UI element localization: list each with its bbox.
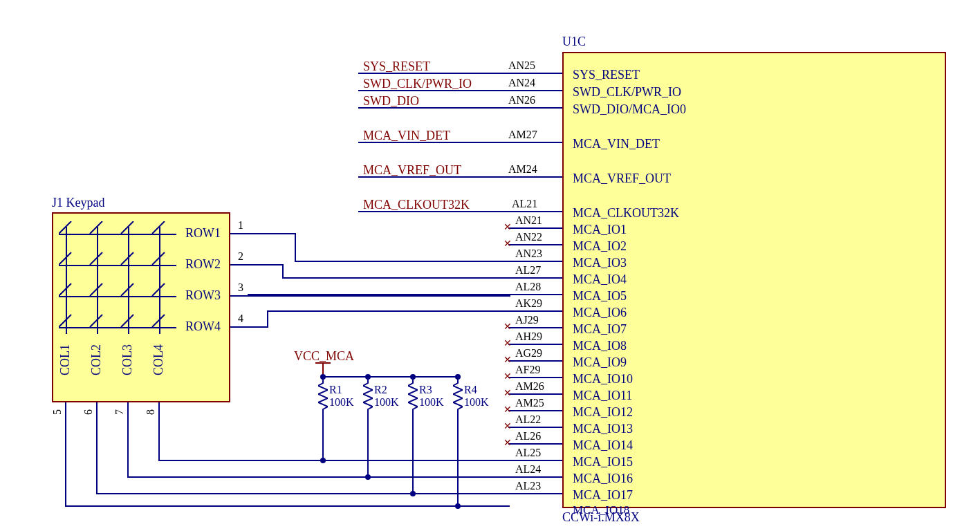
- net-label: MCA_CLKOUT32K: [363, 198, 470, 212]
- pin-number: AN26: [508, 94, 535, 106]
- col-label: COL1: [58, 344, 73, 375]
- wire: [267, 310, 268, 328]
- pin-name: MCA_IO15: [573, 455, 633, 469]
- pin-stub: [508, 427, 562, 428]
- wire: [248, 233, 296, 234]
- pin-stub: [158, 402, 160, 420]
- svg-line-0: [59, 221, 71, 234]
- pin-name: MCA_IO5: [573, 289, 627, 304]
- pin-number: AN25: [508, 59, 535, 72]
- res-val: 100K: [329, 396, 354, 409]
- res-ref: R3: [419, 384, 432, 396]
- pin-num: 4: [238, 313, 243, 325]
- net-label: SYS_RESET: [363, 59, 430, 74]
- wire: [96, 493, 510, 494]
- pin-number: AG29: [515, 347, 542, 360]
- pin-stub: [508, 261, 562, 262]
- res-val: 100K: [419, 396, 444, 409]
- pin-number: AL25: [515, 447, 541, 459]
- nc-icon: ✕: [503, 373, 512, 381]
- pin-stub: [96, 402, 98, 420]
- pin-number: AM26: [515, 380, 544, 393]
- res-ref: R4: [464, 384, 477, 396]
- nc-icon: ✕: [503, 223, 512, 232]
- junction-dot: [410, 491, 416, 496]
- pin-stub: [508, 227, 562, 229]
- svg-line-14: [121, 315, 133, 327]
- resistor: [408, 379, 418, 413]
- pin-num: 2: [238, 250, 243, 263]
- wire: [127, 420, 129, 478]
- col-label: COL2: [89, 344, 104, 375]
- svg-line-7: [152, 252, 165, 265]
- u1c-ref: U1C: [562, 35, 586, 49]
- pin-num: 7: [113, 409, 126, 415]
- pin-number: AF29: [515, 364, 540, 376]
- pin-number: AN22: [515, 231, 542, 243]
- pin-name: MCA_IO14: [573, 438, 633, 453]
- pin-name: MCA_CLKOUT32K: [573, 206, 679, 221]
- pin-name: MCA_IO10: [573, 372, 633, 386]
- pin-number: AL22: [515, 413, 541, 426]
- pin-name: MCA_IO12: [573, 405, 633, 420]
- pin-stub: [230, 233, 248, 234]
- pin-name: MCA_IO3: [573, 256, 627, 270]
- nc-icon: ✕: [503, 339, 512, 348]
- pin-name: MCA_VREF_OUT: [573, 171, 671, 186]
- pin-stub: [508, 244, 562, 245]
- nc-icon: ✕: [503, 439, 512, 447]
- net-label: SWD_DIO: [363, 94, 419, 109]
- pin-number: AL21: [512, 198, 537, 210]
- svg-line-11: [152, 283, 165, 296]
- resistor: [453, 379, 463, 413]
- pin-number: AL26: [515, 430, 541, 442]
- pin-number: AM25: [515, 397, 544, 409]
- pin-number: AK29: [515, 297, 542, 310]
- pin-name: MCA_IO16: [573, 472, 633, 486]
- resistor: [318, 379, 328, 413]
- wire: [65, 505, 510, 507]
- wire: [457, 413, 459, 507]
- pin-name: MCA_IO4: [573, 272, 627, 287]
- pin-num: 8: [145, 409, 157, 415]
- pin-stub: [508, 393, 562, 395]
- net-label: MCA_VIN_DET: [363, 129, 450, 143]
- pin-number: AJ29: [515, 314, 539, 326]
- pin-number: AN21: [515, 214, 542, 227]
- keypad-switches: [59, 221, 176, 332]
- pin-name: SWD_DIO/MCA_IO0: [573, 102, 686, 117]
- pin-number: AH29: [515, 330, 542, 343]
- svg-line-13: [90, 315, 102, 327]
- svg-line-9: [90, 283, 102, 296]
- pin-name: MCA_IO11: [573, 389, 632, 403]
- nc-icon: ✕: [503, 240, 512, 248]
- pin-stub: [508, 360, 562, 362]
- pin-stub: [508, 476, 562, 478]
- keypad-ref: J1 Keypad: [52, 196, 104, 210]
- svg-line-4: [59, 252, 71, 265]
- pin-number: AM24: [508, 163, 537, 176]
- pin-stub: [508, 460, 562, 461]
- res-ref: R2: [374, 384, 387, 396]
- pin-name: MCA_IO2: [573, 239, 627, 254]
- net-label: MCA_VREF_OUT: [363, 163, 461, 178]
- pin-stub: [230, 264, 248, 266]
- row-label: ROW1: [185, 226, 221, 241]
- svg-line-1: [90, 221, 102, 234]
- pin-stub: [65, 402, 66, 420]
- wire: [412, 413, 414, 494]
- wire: [322, 376, 461, 378]
- pin-name: MCA_IO7: [573, 322, 627, 337]
- pin-number: AL23: [515, 480, 541, 492]
- pin-stub: [230, 326, 248, 328]
- wire: [248, 295, 510, 297]
- pin-stub: [508, 377, 562, 378]
- col-label: COL3: [120, 344, 135, 375]
- nc-icon: ✕: [503, 422, 512, 431]
- wire: [282, 264, 284, 279]
- col-label: COL4: [151, 344, 166, 375]
- pin-num: 1: [238, 219, 243, 232]
- power-label: VCC_MCA: [294, 349, 354, 364]
- res-val: 100K: [464, 396, 489, 409]
- res-ref: R1: [329, 384, 342, 396]
